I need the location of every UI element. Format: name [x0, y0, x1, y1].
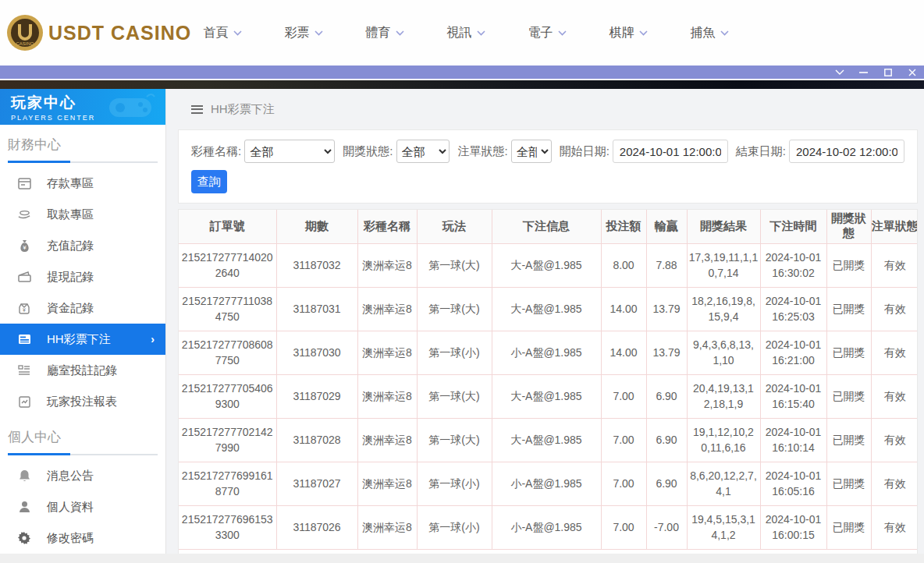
- svg-text:CASINO: CASINO: [16, 41, 34, 46]
- breadcrumb: HH彩票下注: [178, 89, 918, 129]
- recharge-record-icon: ¥: [17, 239, 31, 253]
- sidebar: 玩家中心 PLAYERS CENTER 財務中心存款專區取款專區¥充值記錄提現記…: [0, 89, 166, 561]
- table-cell: 2152172777054069300: [179, 374, 276, 418]
- window-titlebar: [0, 66, 924, 80]
- table-cell: 第一球(小): [417, 331, 492, 374]
- table-cell: 2024-10-01 16:30:02: [760, 243, 826, 287]
- user-icon: [17, 500, 31, 514]
- sidebar-section-header: 個人中心: [0, 417, 165, 454]
- table-row: 215217277705406930031187029澳洲幸运8第一球(大)大-…: [179, 374, 918, 418]
- table-cell: 第一球(小): [417, 462, 492, 505]
- order-status-select[interactable]: 全部: [511, 140, 552, 163]
- maximize-icon[interactable]: [876, 65, 900, 80]
- table-cell: 20,4,19,13,12,18,1,9: [687, 374, 760, 418]
- report-icon: [17, 395, 31, 409]
- logo[interactable]: CASINO USDT CASINO: [0, 14, 168, 51]
- nav-item-6[interactable]: 捕魚: [669, 25, 750, 41]
- table-cell: 大-A盤@1.985: [492, 374, 601, 418]
- chevron-down-icon: [233, 30, 242, 36]
- column-header: 開獎結果: [687, 210, 760, 243]
- close-icon[interactable]: [900, 65, 924, 80]
- lottery-name-label: 彩種名稱:: [191, 144, 241, 159]
- table-cell: 2152172777110384750: [179, 287, 276, 331]
- table-cell: 2024-10-01 16:05:16: [760, 462, 826, 505]
- sidebar-item-gear[interactable]: 修改密碼: [0, 522, 165, 554]
- filter-panel: 彩種名稱: 全部 開獎狀態: 全部 注單狀態: 全部 開始日期: 結束日期: 查…: [178, 129, 918, 204]
- table-cell: 澳洲幸运8: [357, 505, 417, 549]
- table-cell: 2152172777021427990: [179, 418, 276, 462]
- gamepad-icon: [103, 92, 158, 122]
- bets-table-card: 訂單號期數彩種名稱玩法下注信息投注額輸贏開獎結果下注時間開獎狀態注單狀態 215…: [178, 209, 918, 561]
- table-cell: 澳洲幸运8: [357, 418, 417, 462]
- table-cell: 17,3,19,11,1,10,7,14: [687, 243, 760, 287]
- start-date-input[interactable]: [613, 140, 728, 163]
- table-cell: 31187027: [276, 462, 357, 505]
- sidebar-item-recharge-record[interactable]: ¥充值記錄: [0, 230, 165, 261]
- sidebar-item-deposit[interactable]: 存款專區: [0, 168, 165, 199]
- table-cell: 澳洲幸运8: [357, 243, 417, 287]
- column-header: 下注信息: [492, 210, 601, 243]
- sidebar-item-label: 提現記錄: [47, 270, 94, 285]
- funds-record-icon: ¥: [17, 301, 31, 315]
- nav-item-1[interactable]: 彩票: [263, 25, 344, 41]
- nav-item-label: 彩票: [285, 25, 310, 41]
- order-status-label: 注單狀態:: [457, 144, 507, 159]
- table-cell: 2152172777086087750: [179, 331, 276, 374]
- table-cell: 小-A盤@1.985: [492, 505, 601, 549]
- sidebar-item-report[interactable]: 玩家投注報表: [0, 386, 165, 417]
- nav-item-label: 捕魚: [691, 25, 716, 41]
- end-date-input[interactable]: [789, 140, 904, 163]
- table-cell: 7.00: [601, 462, 646, 505]
- table-cell: 已開獎: [826, 462, 871, 505]
- table-cell: 7.00: [601, 418, 646, 462]
- table-cell: 6.90: [646, 374, 687, 418]
- draw-status-select[interactable]: 全部: [396, 140, 450, 163]
- table-cell: -7.00: [646, 505, 687, 549]
- table-cell: 31187026: [276, 505, 357, 549]
- nav-item-label: 視訊: [447, 25, 472, 41]
- sidebar-item-funds-record[interactable]: ¥資金記錄: [0, 292, 165, 324]
- lottery-name-select[interactable]: 全部: [244, 140, 335, 163]
- table-cell: 已開獎: [826, 331, 871, 374]
- collapse-icon[interactable]: [827, 65, 851, 80]
- section-underline: [8, 161, 158, 163]
- table-cell: 已開獎: [826, 505, 871, 549]
- sidebar-item-bell[interactable]: 消息公告: [0, 460, 165, 491]
- withdrawal-record-icon: [17, 270, 31, 284]
- table-cell: 有效: [871, 505, 918, 549]
- search-button[interactable]: 查詢: [191, 170, 227, 193]
- column-header: 期數: [276, 210, 357, 243]
- table-cell: 有效: [871, 287, 918, 331]
- table-cell: 有效: [871, 374, 918, 418]
- nav-item-2[interactable]: 體育: [344, 25, 425, 41]
- table-cell: 有效: [871, 243, 918, 287]
- sidebar-item-room-bet[interactable]: 廳室投註記錄: [0, 355, 165, 386]
- table-cell: 2152172776991618770: [179, 462, 276, 505]
- nav-item-4[interactable]: 電子: [506, 25, 588, 41]
- table-cell: 2024-10-01 16:25:03: [760, 287, 826, 331]
- horizontal-scrollbar[interactable]: [0, 554, 924, 563]
- table-cell: 2024-10-01 16:21:00: [760, 331, 826, 374]
- table-cell: 第一球(大): [417, 374, 492, 418]
- table-cell: 31187032: [276, 243, 357, 287]
- sidebar-item-withdrawal-record[interactable]: 提現記錄: [0, 261, 165, 292]
- nav-item-5[interactable]: 棋牌: [588, 25, 669, 41]
- table-row: 215217277711038475031187031澳洲幸运8第一球(大)大-…: [179, 287, 918, 331]
- minimize-icon[interactable]: [851, 65, 876, 80]
- nav-item-3[interactable]: 視訊: [425, 25, 506, 41]
- sidebar-item-withdraw[interactable]: 取款專區: [0, 199, 165, 230]
- table-cell: 已開獎: [826, 287, 871, 331]
- chevron-down-icon: [639, 30, 648, 36]
- table-cell: 31187028: [276, 418, 357, 462]
- table-cell: 小-A盤@1.985: [492, 331, 601, 374]
- room-bet-icon: [17, 363, 31, 377]
- table-cell: 2024-10-01 16:10:14: [760, 418, 826, 462]
- nav-item-0[interactable]: 首頁: [182, 25, 263, 41]
- sidebar-item-user[interactable]: 個人資料: [0, 491, 165, 522]
- main-nav: 首頁彩票體育視訊電子棋牌捕魚: [182, 25, 750, 41]
- menu-toggle-icon[interactable]: [191, 105, 203, 114]
- sidebar-item-lottery-bet[interactable]: HH彩票下注›: [0, 324, 165, 355]
- chevron-down-icon: [315, 30, 323, 36]
- table-cell: 7.00: [601, 374, 646, 418]
- table-cell: 7.88: [646, 243, 687, 287]
